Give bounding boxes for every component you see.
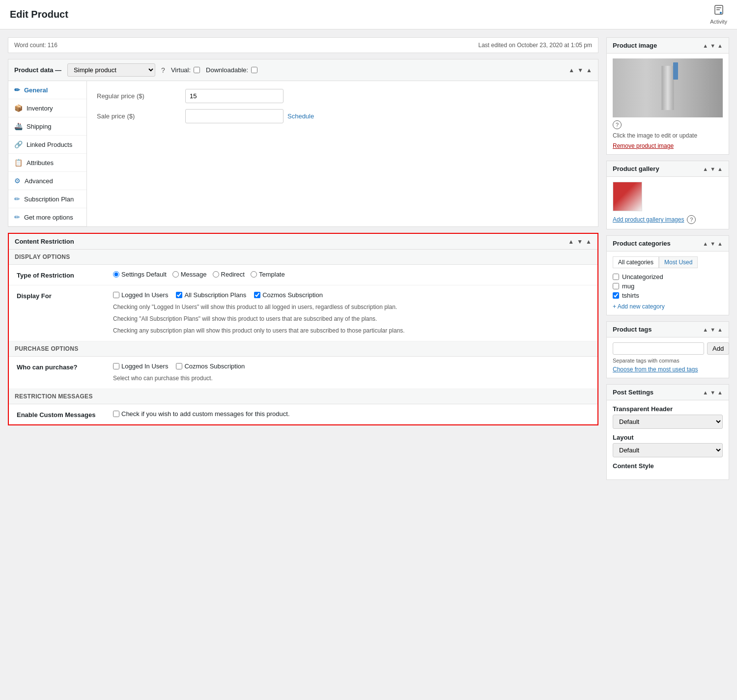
restriction-collapse[interactable]: ▲: [586, 238, 592, 245]
inventory-tab-icon: 📦: [14, 104, 23, 112]
gallery-collapse-icon[interactable]: ▲: [717, 166, 723, 172]
categories-up-icon[interactable]: ▲: [703, 241, 708, 247]
display-logged-in-checkbox[interactable]: [113, 292, 119, 298]
arrow-down-icon[interactable]: ▼: [577, 67, 583, 74]
enable-custom-messages-row: Enable Custom Messages Check if you wish…: [9, 404, 597, 424]
product-tags-body: Add Separate tags with commas Choose fro…: [607, 337, 729, 378]
tags-input-row: Add: [613, 342, 723, 355]
add-gallery-row: Add product gallery images ?: [613, 215, 723, 224]
post-settings-up-icon[interactable]: ▲: [703, 390, 708, 395]
tab-subscription[interactable]: ✏ Subscription Plan: [8, 190, 86, 208]
tab-attributes[interactable]: 📋 Attributes: [8, 154, 86, 172]
restriction-arrow-up[interactable]: ▲: [568, 238, 574, 245]
gallery-up-icon[interactable]: ▲: [703, 166, 708, 172]
product-type-select[interactable]: Simple product Variable product Grouped …: [67, 63, 155, 77]
activity-label: Activity: [710, 19, 727, 25]
tags-up-icon[interactable]: ▲: [703, 327, 708, 333]
display-all-subscriptions-checkbox[interactable]: [176, 292, 182, 298]
last-edited: Last edited on October 23, 2020 at 1:05 …: [479, 42, 593, 49]
schedule-link[interactable]: Schedule: [287, 112, 314, 120]
category-mug-checkbox[interactable]: [613, 283, 619, 289]
gallery-help-icon[interactable]: ?: [687, 215, 696, 224]
cat-tab-all[interactable]: All categories: [613, 256, 659, 268]
radio-template-label: Template: [259, 271, 285, 278]
tab-shipping[interactable]: 🚢 Shipping: [8, 117, 86, 136]
tab-advanced[interactable]: ⚙ Advanced: [8, 172, 86, 190]
attributes-tab-icon: 📋: [14, 159, 23, 167]
display-for-content: Logged In Users All Subscription Plans C…: [113, 291, 590, 335]
restriction-arrow-down[interactable]: ▼: [577, 238, 583, 245]
product-image-down-icon[interactable]: ▼: [710, 43, 715, 49]
category-mug-label: mug: [622, 282, 634, 290]
product-data-header: Product data — Simple product Variable p…: [8, 59, 598, 81]
radio-message[interactable]: Message: [172, 271, 207, 278]
enable-custom-messages-checkbox-row[interactable]: Check if you wish to add custom messages…: [113, 410, 590, 418]
image-help-icon[interactable]: ?: [613, 120, 622, 129]
layout-label: Layout: [613, 434, 723, 441]
add-gallery-link[interactable]: Add product gallery images: [613, 216, 684, 223]
radio-redirect-input[interactable]: [213, 271, 219, 278]
downloadable-checkbox[interactable]: [251, 67, 257, 73]
gallery-thumbnail[interactable]: [613, 182, 642, 211]
tags-collapse-icon[interactable]: ▲: [717, 327, 723, 333]
radio-template[interactable]: Template: [251, 271, 285, 278]
radio-message-input[interactable]: [172, 271, 179, 278]
product-image-box: Product image ▲ ▼ ▲ ? Click the image to…: [606, 37, 729, 155]
transparent-header-select[interactable]: Default: [613, 415, 723, 429]
categories-down-icon[interactable]: ▼: [710, 241, 715, 247]
type-restriction-label: Type of Restriction: [17, 271, 105, 279]
product-image-up-icon[interactable]: ▲: [703, 43, 708, 49]
radio-settings-default[interactable]: Settings Default: [113, 271, 167, 278]
display-logged-in[interactable]: Logged In Users: [113, 291, 168, 299]
tags-arrows: ▲ ▼ ▲: [703, 327, 723, 333]
radio-settings-default-input[interactable]: [113, 271, 119, 278]
product-image-thumbnail[interactable]: [613, 58, 723, 117]
choose-tags-link[interactable]: Choose from the most used tags: [613, 366, 698, 373]
purchase-logged-in-checkbox[interactable]: [113, 363, 119, 369]
product-image-arrows: ▲ ▼ ▲: [703, 43, 723, 49]
radio-template-input[interactable]: [251, 271, 257, 278]
category-uncategorized-checkbox[interactable]: [613, 274, 619, 280]
gallery-down-icon[interactable]: ▼: [710, 166, 715, 172]
add-category-link[interactable]: + Add new category: [613, 303, 723, 310]
sale-price-input[interactable]: [185, 109, 283, 123]
tab-more-options[interactable]: ✏ Get more options: [8, 208, 86, 226]
purchase-logged-in[interactable]: Logged In Users: [113, 363, 168, 370]
remove-image-link[interactable]: Remove product image: [613, 142, 674, 149]
display-all-subscriptions[interactable]: All Subscription Plans: [176, 291, 246, 299]
purchase-cozmos-checkbox[interactable]: [176, 363, 182, 369]
product-gallery-box: Product gallery ▲ ▼ ▲ Add product galler…: [606, 161, 729, 229]
content-style-label: Content Style: [613, 462, 723, 470]
post-settings-collapse-icon[interactable]: ▲: [717, 390, 723, 395]
tab-linked-products[interactable]: 🔗 Linked Products: [8, 136, 86, 154]
tab-general[interactable]: ✏ General: [8, 81, 86, 99]
tags-down-icon[interactable]: ▼: [710, 327, 715, 333]
purchase-cozmos[interactable]: Cozmos Subscription: [176, 363, 245, 370]
enable-custom-messages-checkbox[interactable]: [113, 411, 119, 417]
categories-collapse-icon[interactable]: ▲: [717, 241, 723, 247]
product-tags-header: Product tags ▲ ▼ ▲: [607, 322, 729, 337]
product-image-collapse-icon[interactable]: ▲: [717, 43, 723, 49]
arrow-up-icon[interactable]: ▲: [568, 67, 574, 74]
product-gallery-title: Product gallery: [613, 165, 659, 172]
post-settings-down-icon[interactable]: ▼: [710, 390, 715, 395]
linked-tab-icon: 🔗: [14, 140, 23, 148]
tab-inventory[interactable]: 📦 Inventory: [8, 99, 86, 117]
product-type-help-icon[interactable]: ?: [161, 66, 165, 74]
virtual-checkbox[interactable]: [194, 67, 200, 73]
layout-select[interactable]: Default: [613, 443, 723, 457]
tab-linked-label: Linked Products: [27, 141, 72, 148]
display-cozmos-checkbox[interactable]: [254, 292, 260, 298]
regular-price-input[interactable]: [185, 89, 283, 103]
cat-tab-most-used[interactable]: Most Used: [659, 256, 698, 268]
radio-redirect[interactable]: Redirect: [213, 271, 245, 278]
tags-input[interactable]: [613, 342, 704, 355]
product-categories-title: Product categories: [613, 240, 671, 247]
arrow-collapse-icon[interactable]: ▲: [586, 67, 592, 74]
content-restriction-title: Content Restriction: [15, 238, 74, 245]
activity-button[interactable]: Activity: [710, 4, 727, 25]
type-restriction-radio-group: Settings Default Message Redirect: [113, 271, 590, 278]
category-tshirts-checkbox[interactable]: [613, 292, 619, 299]
display-cozmos[interactable]: Cozmos Subscription: [254, 291, 323, 299]
add-tag-button[interactable]: Add: [707, 342, 729, 355]
